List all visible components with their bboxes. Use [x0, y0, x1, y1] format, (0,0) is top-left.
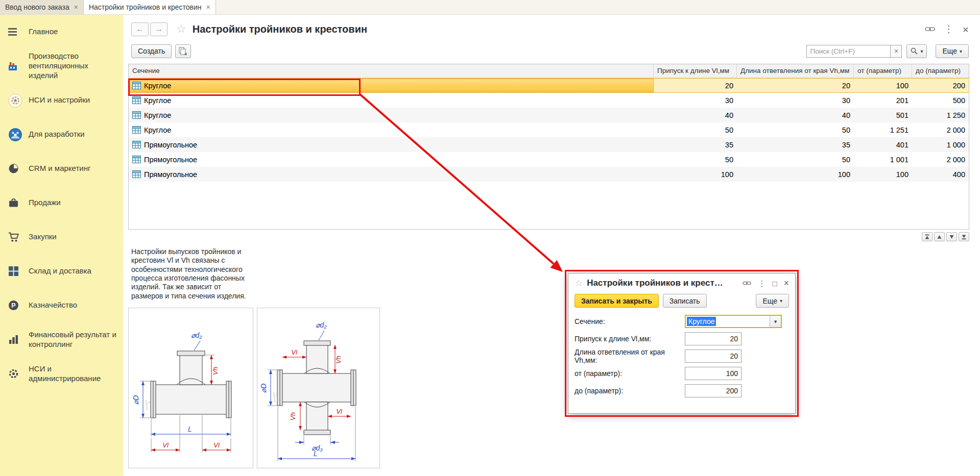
link-icon[interactable] [743, 281, 751, 286]
menu-dots-icon[interactable]: ⋮ [944, 24, 953, 34]
field-input[interactable] [685, 332, 742, 345]
scroll-bottom-button[interactable] [959, 232, 969, 241]
section-cell[interactable]: Круглое [129, 79, 654, 92]
value-cell[interactable]: 100 [854, 167, 912, 182]
value-cell[interactable]: 40 [737, 108, 854, 122]
table-row[interactable]: Круглое50501 2512 000 [129, 122, 969, 137]
link-icon[interactable] [925, 26, 935, 32]
value-cell[interactable]: 40 [654, 108, 737, 122]
value-cell[interactable]: 200 [912, 79, 969, 92]
search-button[interactable]: ▾ [906, 44, 927, 58]
value-cell[interactable]: 50 [737, 122, 854, 137]
save-button[interactable]: Записать [663, 294, 707, 308]
form-field: до (параметр): [575, 384, 789, 397]
column-header[interactable]: до (параметр) [912, 64, 969, 78]
value-cell[interactable]: 2 000 [912, 122, 969, 137]
scroll-down-button[interactable] [946, 232, 957, 241]
tab[interactable]: Ввод нового заказа× [0, 0, 84, 14]
sidebar-item[interactable]: НСИ и настройки [0, 83, 123, 117]
table-row[interactable]: Круглое40405011 250 [129, 108, 969, 122]
table-row[interactable]: Круглое2020100200 [129, 78, 969, 93]
sidebar-item[interactable]: Производство вентиляционных изделий [0, 49, 123, 83]
more-button[interactable]: Еще ▾ [756, 294, 789, 308]
create-button[interactable]: Создать [131, 44, 172, 58]
value-cell[interactable]: 1 000 [912, 137, 969, 152]
value-cell[interactable]: 1 251 [854, 122, 912, 137]
menu-dots-icon[interactable]: ⋮ [758, 280, 766, 287]
scroll-top-button[interactable] [922, 232, 933, 241]
column-header[interactable]: Сечение [129, 64, 654, 78]
sidebar-item[interactable]: PКазначейство [0, 288, 123, 322]
value-cell[interactable]: 35 [654, 137, 737, 152]
value-cell[interactable]: 100 [737, 167, 854, 182]
search-input[interactable] [806, 45, 891, 58]
favorite-star-icon[interactable]: ☆ [176, 22, 186, 36]
table-row[interactable]: Прямоугольное35354011 000 [129, 137, 969, 152]
section-cell[interactable]: Круглое [129, 108, 654, 122]
column-header[interactable]: Длина ответвления от края Vh,мм [737, 64, 854, 78]
section-combo[interactable]: Круглое▾ [685, 315, 782, 328]
section-cell[interactable]: Круглое [129, 93, 654, 108]
sidebar-item[interactable]: Продажи [0, 186, 123, 220]
close-icon[interactable]: × [783, 279, 789, 288]
value-cell[interactable]: 50 [654, 122, 737, 137]
table-row[interactable]: Прямоугольное100100100400 [129, 167, 969, 182]
sidebar-item[interactable]: Склад и доставка [0, 254, 123, 288]
field-input[interactable] [685, 349, 742, 363]
search-clear-icon[interactable]: × [891, 45, 902, 58]
close-icon[interactable]: × [963, 24, 969, 35]
sidebar-item[interactable]: Закупки [0, 220, 123, 254]
sidebar-item[interactable]: НСИ и администрирование [0, 357, 123, 391]
sidebar-item[interactable]: CRM и маркетинг [0, 152, 123, 186]
section-cell[interactable]: Прямоугольное [129, 167, 654, 182]
forward-button[interactable]: → [150, 22, 168, 36]
catalog-item-icon [132, 126, 141, 134]
value-cell[interactable]: 100 [654, 167, 737, 182]
tab-close-icon[interactable]: × [206, 4, 210, 11]
form-field: Длина ответвления от края Vh,мм: [575, 349, 789, 363]
value-cell[interactable]: 20 [737, 79, 854, 92]
sidebar-item-label: Казначейство [29, 300, 77, 310]
scroll-up-button[interactable] [934, 232, 945, 241]
tab[interactable]: Настройки тройников и крестовин× [84, 0, 216, 14]
back-button[interactable]: ← [131, 22, 149, 36]
section-cell[interactable]: Прямоугольное [129, 152, 654, 167]
copy-button[interactable] [175, 44, 191, 58]
value-cell[interactable]: 2 000 [912, 152, 969, 167]
combo-dropdown-icon[interactable]: ▾ [770, 316, 781, 327]
favorite-star-icon[interactable]: ☆ [575, 278, 583, 289]
value-cell[interactable]: 50 [737, 152, 854, 167]
column-header[interactable]: от (параметр) [854, 64, 912, 78]
value-cell[interactable]: 201 [854, 93, 912, 108]
value-cell[interactable]: 1 250 [912, 108, 969, 122]
value-cell[interactable]: 1 001 [854, 152, 912, 167]
development-icon [8, 128, 29, 142]
save-and-close-button[interactable]: Записать и закрыть [575, 294, 659, 308]
catalog-item-icon [132, 82, 141, 89]
value-cell[interactable]: 20 [654, 79, 737, 92]
value-cell[interactable]: 30 [737, 93, 854, 108]
maximize-icon[interactable]: □ [772, 280, 777, 287]
settings-table: СечениеПрипуск к длине Vl,ммДлина ответв… [128, 64, 969, 230]
field-input[interactable] [685, 367, 742, 380]
table-row[interactable]: Прямоугольное50501 0012 000 [129, 152, 969, 167]
value-cell[interactable]: 50 [654, 152, 737, 167]
field-input[interactable] [685, 384, 742, 397]
section-cell[interactable]: Прямоугольное [129, 137, 654, 152]
sidebar-item[interactable]: Финансовый результат и контроллинг [0, 322, 123, 357]
sidebar-item[interactable]: Для разработки [0, 117, 123, 152]
more-button-label: Еще [762, 297, 777, 305]
value-cell[interactable]: 401 [854, 137, 912, 152]
tab-close-icon[interactable]: × [74, 4, 78, 11]
table-row[interactable]: Круглое3030201500 [129, 93, 969, 108]
value-cell[interactable]: 400 [912, 167, 969, 182]
value-cell[interactable]: 30 [654, 93, 737, 108]
value-cell[interactable]: 35 [737, 137, 854, 152]
column-header[interactable]: Припуск к длине Vl,мм [654, 64, 737, 78]
value-cell[interactable]: 100 [854, 79, 912, 92]
value-cell[interactable]: 500 [912, 93, 969, 108]
section-cell[interactable]: Круглое [129, 122, 654, 137]
sidebar-item[interactable]: Главное [0, 15, 123, 49]
value-cell[interactable]: 501 [854, 108, 912, 122]
more-button[interactable]: Еще ▾ [936, 44, 969, 58]
